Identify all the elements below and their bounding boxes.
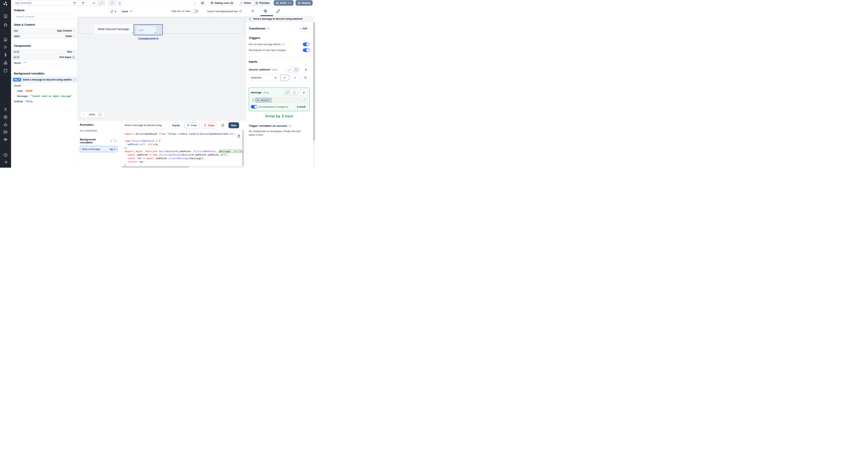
- b-result-row[interactable]: result : "": [11, 60, 77, 66]
- line-number: 1: [252, 99, 254, 102]
- output-row-ctx[interactable]: ctx App Context: [11, 28, 77, 34]
- eval-mode-fx-icon[interactable]: f: [291, 90, 298, 95]
- component-row-b[interactable]: b Text Input: [11, 55, 77, 60]
- settings-gear-icon[interactable]: [3, 115, 8, 119]
- collapse-result-button[interactable]: -: [24, 84, 27, 87]
- favorites-star-icon[interactable]: [3, 23, 8, 27]
- panel-scrollbar[interactable]: [313, 16, 315, 168]
- desktop-view-button[interactable]: [116, 1, 123, 5]
- connect-plug-icon[interactable]: [302, 67, 310, 73]
- add-transformer-button[interactable]: Add: [297, 26, 310, 32]
- help-icon[interactable]: [3, 153, 8, 157]
- component-a-text[interactable]: Write Discord message:: [94, 24, 133, 34]
- hide-bar-label: Hide bar on view: [172, 10, 190, 13]
- code-vertical-scrollbar[interactable]: [242, 130, 244, 166]
- collapse-arrow-icon[interactable]: [3, 160, 8, 164]
- align-center-button[interactable]: [90, 1, 97, 5]
- script-input-annotation: Script bg_0 input: [249, 114, 310, 118]
- eval-mode-fx-icon[interactable]: f: [293, 67, 300, 72]
- app-canvas[interactable]: Write Discord message: Type... Component…: [78, 16, 246, 121]
- audit-eye-icon[interactable]: [3, 137, 8, 141]
- reevaluate-target-pill: b.result: [295, 105, 308, 109]
- add-resource-button[interactable]: [290, 74, 299, 81]
- mobile-view-button[interactable]: [108, 1, 116, 5]
- resource-value-input[interactable]: u/henri/te...: [249, 74, 279, 81]
- component-row-a[interactable]: a Text: [11, 49, 77, 55]
- redo-button[interactable]: [79, 0, 87, 6]
- resize-handle[interactable]: [154, 32, 156, 33]
- refresh-mode-select[interactable]: once: [122, 10, 133, 13]
- fork-button[interactable]: Fork: [184, 122, 199, 128]
- app-summary-input[interactable]: [13, 0, 68, 6]
- clear-button[interactable]: Clear: [201, 122, 217, 128]
- preview-label: Preview: [259, 1, 269, 4]
- add-background-runnable-button[interactable]: [113, 139, 118, 143]
- more-menu-kebab-icon[interactable]: [193, 1, 197, 5]
- code-horizontal-scrollbar[interactable]: [122, 166, 244, 168]
- rail-divider: [0, 7, 11, 7]
- expression-value[interactable]: b.result: [255, 98, 272, 102]
- edit-resource-pencil-button[interactable]: [280, 74, 289, 81]
- schedules-calendar-icon[interactable]: [3, 68, 8, 73]
- undo-button[interactable]: [70, 0, 79, 6]
- expand-editor-icon[interactable]: [302, 98, 307, 102]
- clear-x-icon[interactable]: [274, 76, 277, 79]
- static-mode-pencil-icon[interactable]: [286, 67, 293, 72]
- debug-runs-button[interactable]: Debug runs (3): [208, 0, 236, 6]
- input-discord-webhook-type: object: [272, 68, 278, 71]
- folders-icon[interactable]: [3, 130, 8, 134]
- refresh-count-button[interactable]: 1: [108, 8, 119, 14]
- tab-component-settings-icon[interactable]: [264, 9, 268, 13]
- runnable-item-badge: bg_0: [110, 148, 116, 151]
- maximize-button[interactable]: [98, 1, 105, 5]
- output-row-state[interactable]: state State: [11, 34, 77, 39]
- zoom-out-button[interactable]: −: [83, 113, 87, 116]
- expression-editor[interactable]: 1 b.result: [251, 97, 308, 103]
- component-b-selected[interactable]: Type...: [134, 24, 163, 35]
- runs-play-icon[interactable]: [3, 45, 8, 49]
- zoom-in-button[interactable]: +: [97, 112, 103, 117]
- code-value: 50006: [26, 90, 33, 92]
- home-icon[interactable]: [3, 37, 8, 41]
- tab-preview[interactable]: Preview: [253, 1, 271, 5]
- recompute-toggle[interactable]: [303, 48, 310, 52]
- cache-button[interactable]: Cache: [169, 122, 182, 128]
- layout-mode-group: [90, 0, 105, 6]
- hide-bar-toggle[interactable]: [192, 9, 198, 13]
- bg0-row[interactable]: bg_0 Send a message to discord using web…: [11, 77, 77, 82]
- runnable-item-bg0[interactable]: Send a message... bg_0: [80, 146, 118, 152]
- search-outputs-input[interactable]: [14, 13, 74, 20]
- bg0-result-row[interactable]: result : -: [11, 82, 77, 88]
- workers-robot-icon[interactable]: [3, 123, 8, 127]
- docs-book-button[interactable]: [199, 0, 206, 6]
- script-name-input[interactable]: [122, 122, 167, 128]
- windmill-logo-icon[interactable]: [3, 1, 8, 6]
- reevaluate-toggle[interactable]: [251, 105, 257, 109]
- chevron-up-icon: [72, 56, 75, 59]
- info-icon[interactable]: [239, 10, 242, 13]
- collapse-b-button[interactable]: [72, 56, 75, 59]
- refresh-script-button[interactable]: [219, 122, 227, 128]
- tab-styling-brush-icon[interactable]: [276, 9, 280, 13]
- edit-pencil-icon[interactable]: [73, 79, 75, 81]
- resize-handle[interactable]: [131, 32, 133, 33]
- variables-dollar-icon[interactable]: [3, 53, 8, 57]
- deploy-button[interactable]: Deploy: [296, 0, 313, 6]
- run-button[interactable]: Run: [228, 122, 239, 128]
- draft-button[interactable]: Draft ⌘S: [274, 0, 293, 6]
- background-runnables-title: Background runnables: [80, 138, 109, 144]
- tab-insert-plus-icon[interactable]: [251, 9, 255, 13]
- resources-boxes-icon[interactable]: [3, 61, 8, 65]
- connect-plug-icon[interactable]: [300, 90, 308, 96]
- outputs-panel: Outputs State & Context ctx App Context …: [11, 6, 78, 168]
- tab-editor[interactable]: Editor: [238, 1, 254, 5]
- code-editor[interactable]: import discordwebhook from "https://deno…: [122, 130, 244, 166]
- top-toolbar: Debug runs (3) Editor Preview Draft ⌘S D…: [11, 0, 315, 6]
- apps-icon[interactable]: [3, 14, 8, 18]
- copy-code-icon[interactable]: [237, 134, 241, 138]
- run-on-start-toggle[interactable]: [303, 42, 310, 46]
- refresh-resource-button[interactable]: [301, 74, 310, 81]
- static-mode-pencil-icon[interactable]: [284, 90, 291, 95]
- text-input-component[interactable]: Type...: [136, 26, 156, 34]
- user-icon[interactable]: [3, 107, 8, 112]
